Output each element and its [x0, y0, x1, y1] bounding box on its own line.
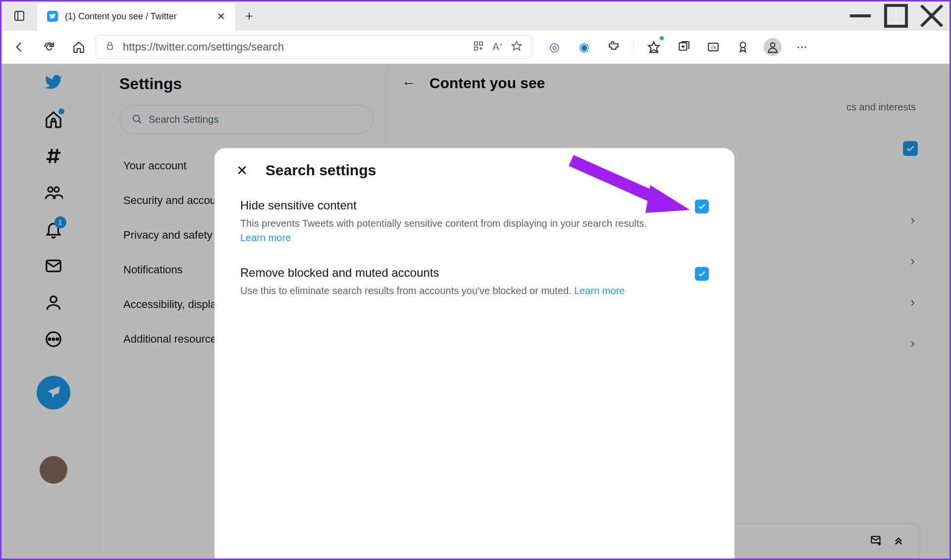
- tab-actions-icon[interactable]: [1, 1, 37, 30]
- svg-rect-9: [474, 47, 477, 50]
- svg-point-20: [740, 42, 746, 48]
- close-window-icon[interactable]: [914, 1, 950, 30]
- search-settings-modal: ✕ Search settings Hide sensitive content…: [214, 148, 735, 560]
- tab-title: (1) Content you see / Twitter: [65, 11, 210, 22]
- extension-1-icon[interactable]: ◎: [541, 34, 567, 60]
- read-aloud-icon[interactable]: A»: [493, 41, 502, 52]
- rewards-icon[interactable]: [730, 34, 756, 60]
- tab-close-icon[interactable]: ✕: [217, 10, 225, 22]
- remove-blocked-checkbox[interactable]: [695, 267, 709, 281]
- maximize-icon[interactable]: [878, 1, 914, 30]
- url-text: https://twitter.com/settings/search: [123, 41, 465, 53]
- menu-icon[interactable]: ⋯: [790, 34, 815, 60]
- new-tab-button[interactable]: ＋: [235, 1, 263, 30]
- minimize-icon[interactable]: [843, 1, 878, 30]
- profile-icon[interactable]: [760, 34, 786, 60]
- app-icon[interactable]: [473, 41, 484, 53]
- browser-tab[interactable]: (1) Content you see / Twitter ✕: [37, 2, 235, 30]
- browser-titlebar: (1) Content you see / Twitter ✕ ＋: [1, 1, 950, 30]
- collections-icon[interactable]: [671, 34, 696, 60]
- svg-marker-13: [648, 42, 659, 52]
- svg-rect-8: [479, 42, 482, 45]
- address-bar[interactable]: https://twitter.com/settings/search A»: [96, 35, 531, 59]
- twitter-favicon-icon: [47, 11, 58, 22]
- home-icon[interactable]: [66, 34, 92, 60]
- math-solver-icon[interactable]: √x: [700, 34, 726, 60]
- svg-rect-0: [15, 11, 24, 20]
- browser-toolbar: https://twitter.com/settings/search A» ◎…: [1, 30, 950, 64]
- close-modal-icon[interactable]: ✕: [236, 162, 248, 179]
- learn-more-link-1[interactable]: Learn more: [240, 232, 291, 243]
- lock-icon: [105, 41, 115, 53]
- refresh-icon[interactable]: [36, 34, 62, 60]
- remove-blocked-desc: Use this to eliminate search results fro…: [240, 285, 572, 296]
- svg-rect-6: [107, 45, 112, 49]
- hide-sensitive-checkbox[interactable]: [695, 200, 709, 213]
- learn-more-link-2[interactable]: Learn more: [574, 285, 625, 296]
- favorite-icon[interactable]: [511, 41, 522, 53]
- svg-text:√x: √x: [711, 44, 717, 50]
- hide-sensitive-label: Hide sensitive content: [240, 199, 680, 212]
- svg-rect-3: [886, 5, 906, 26]
- modal-title: Search settings: [265, 162, 376, 179]
- extension-2-icon[interactable]: ◉: [571, 34, 597, 60]
- svg-point-21: [771, 43, 775, 47]
- back-icon[interactable]: [6, 34, 32, 60]
- svg-marker-12: [512, 41, 521, 50]
- svg-rect-7: [474, 42, 477, 45]
- hide-sensitive-desc: This prevents Tweets with potentially se…: [240, 218, 647, 229]
- extensions-icon[interactable]: [601, 34, 627, 60]
- favorites-icon[interactable]: [641, 34, 667, 60]
- remove-blocked-label: Remove blocked and muted accounts: [240, 266, 680, 280]
